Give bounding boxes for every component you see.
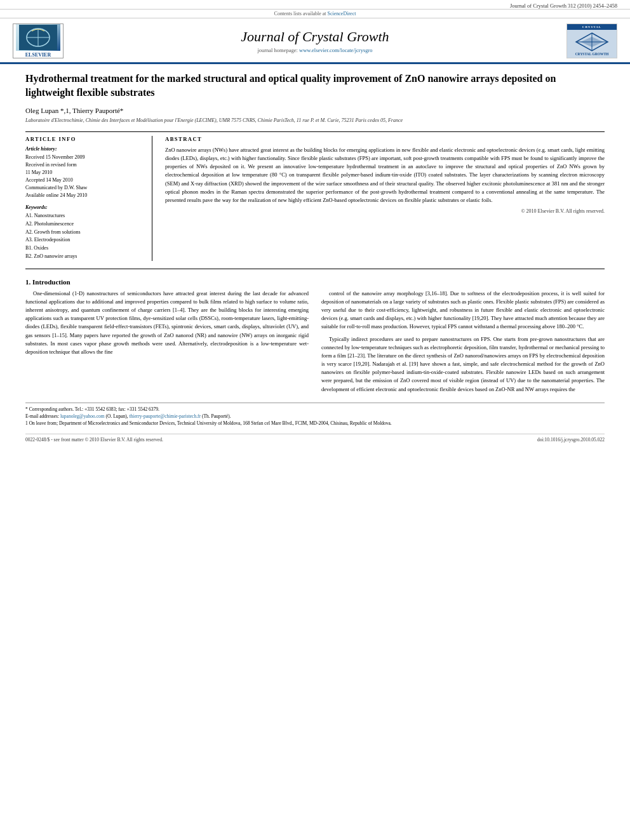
crystal-logo-label: CRYSTAL GROWTH <box>575 52 609 56</box>
keyword-4: A3. Electrodeposition <box>25 236 142 244</box>
footnote-email: E-mail addresses: lupanoleg@yahoo.com (O… <box>25 413 605 420</box>
crystal-logo-body: CRYSTAL GROWTH <box>567 30 617 58</box>
keywords-heading: Keywords: <box>25 204 142 210</box>
keyword-6: B2. ZnO nanowire arrays <box>25 253 142 261</box>
received-revised-label: Received in revised form <box>25 161 142 169</box>
affiliation: Laboratoire d'Electrochimie, Chimie des … <box>25 117 605 124</box>
footnote-corresponding: * Corresponding authors. Tel.: +331 5542… <box>25 406 605 413</box>
article-title: Hydrothermal treatment for the marked st… <box>25 72 605 100</box>
homepage-label: journal homepage: <box>257 47 298 53</box>
footnote-section: * Corresponding authors. Tel.: +331 5542… <box>25 403 605 427</box>
intro-paragraph-right-1: control of the nanowire array morphology… <box>321 290 605 331</box>
keyword-5: B1. Oxides <box>25 244 142 253</box>
available-online: Available online 24 May 2010 <box>25 192 142 199</box>
article-info-heading: ARTICLE INFO <box>25 136 142 142</box>
journal-homepage: journal homepage: www.elsevier.com/locat… <box>64 47 566 53</box>
keyword-3: A2. Growth from solutions <box>25 229 142 237</box>
body-two-col: One-dimensional (1-D) nanostructures of … <box>25 290 605 397</box>
elsevier-label: ELSEVIER <box>25 52 51 58</box>
article-content: Hydrothermal treatment for the marked st… <box>0 64 630 450</box>
abstract-text: ZnO nanowire arrays (NWs) have attracted… <box>165 146 605 204</box>
divider-2 <box>25 269 605 269</box>
body-right-col: control of the nanowire array morphology… <box>321 290 605 397</box>
sciencedirect-link[interactable]: ScienceDirect <box>328 11 356 17</box>
authors-text: Oleg Lupan *,1, Thierry Pauporté* <box>25 107 123 114</box>
email-2-author: (Th. Pauporté). <box>202 413 231 419</box>
authors: Oleg Lupan *,1, Thierry Pauporté* <box>25 107 605 114</box>
intro-paragraph-1: One-dimensional (1-D) nanostructures of … <box>25 290 309 356</box>
bottom-bar: 0022-0248/$ - see front matter © 2010 El… <box>25 434 605 443</box>
elsevier-logo-image <box>16 24 60 51</box>
intro-paragraph-right-2: Typically indirect procedures are used t… <box>321 335 605 394</box>
article-info-abstract: ARTICLE INFO Article history: Received 1… <box>25 136 605 261</box>
citation-bar: Journal of Crystal Growth 312 (2010) 245… <box>0 0 630 10</box>
homepage-link[interactable]: www.elsevier.com/locate/jcrysgro <box>299 47 373 53</box>
email-1-author: (O. Lupan), <box>105 413 128 419</box>
revised-date: 11 May 2010 <box>25 169 142 177</box>
divider-1 <box>25 131 605 132</box>
keyword-2: A2. Photoluminescence <box>25 220 142 229</box>
intro-number: 1. <box>25 278 30 286</box>
received-date: Received 15 November 2009 <box>25 154 142 161</box>
email-1-link[interactable]: lupanoleg@yahoo.com <box>60 413 105 419</box>
crystal-growth-logo: CRYSTAL CRYSTAL GROWTH <box>566 23 617 58</box>
abstract-heading: ABSTRACT <box>165 136 605 142</box>
issn-text: 0022-0248/$ - see front matter © 2010 El… <box>25 437 163 443</box>
intro-title: Introduction <box>32 278 70 286</box>
contents-label: Contents lists available at <box>274 11 326 17</box>
doi-text: doi:10.1016/j.jcrysgro.2010.05.022 <box>537 437 605 443</box>
journal-title-area: Journal of Crystal Growth journal homepa… <box>64 29 566 53</box>
history-label: Article history: <box>25 146 142 152</box>
keyword-1: A1. Nanostructures <box>25 212 142 220</box>
body-left-col: One-dimensional (1-D) nanostructures of … <box>25 290 309 397</box>
citation-text: Journal of Crystal Growth 312 (2010) 245… <box>510 3 617 9</box>
crystal-logo-top-text: CRYSTAL <box>567 24 617 30</box>
abstract-column: ABSTRACT ZnO nanowire arrays (NWs) have … <box>165 136 605 261</box>
email-2-link[interactable]: thierry-pauporte@chimie-paristech.fr <box>130 413 201 419</box>
body-section: 1. Introduction One-dimensional (1-D) na… <box>25 278 605 397</box>
article-info-column: ARTICLE INFO Article history: Received 1… <box>25 136 152 261</box>
sciencedirect-bar: Contents lists available at ScienceDirec… <box>0 10 630 18</box>
accepted-date: Accepted 14 May 2010 <box>25 177 142 184</box>
journal-title: Journal of Crystal Growth <box>64 29 566 45</box>
copyright: © 2010 Elsevier B.V. All rights reserved… <box>165 208 605 214</box>
page-wrapper: Journal of Crystal Growth 312 (2010) 245… <box>0 0 630 840</box>
elsevier-logo: ELSEVIER <box>13 23 64 58</box>
intro-heading: 1. Introduction <box>25 278 605 286</box>
email-label: E-mail addresses: <box>25 413 59 419</box>
journal-header: ELSEVIER Journal of Crystal Growth journ… <box>0 18 630 64</box>
footnote-1: 1 On leave from; Department of Microelec… <box>25 420 605 427</box>
communicated: Communicated by D.W. Shaw <box>25 184 142 192</box>
